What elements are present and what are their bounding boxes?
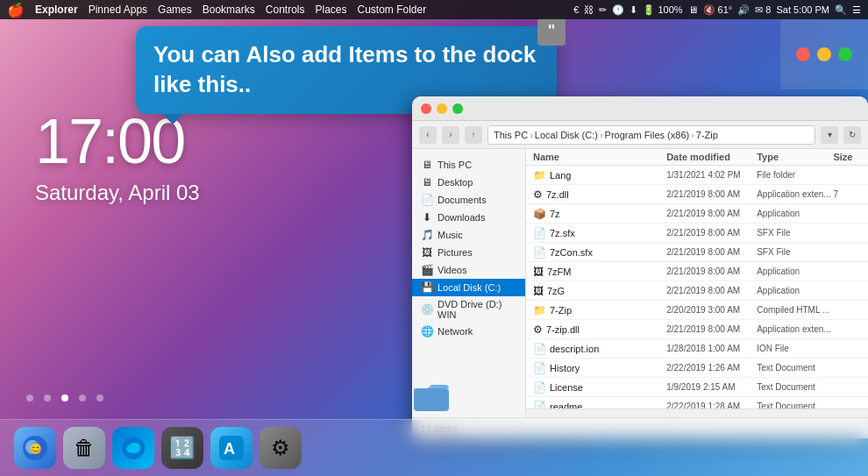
menu-controls[interactable]: Controls [266, 4, 305, 16]
sidebar-item-documents[interactable]: 📄 Documents [412, 191, 525, 209]
sidebar-item-music[interactable]: 🎵 Music [412, 226, 525, 244]
up-button[interactable]: ↑ [465, 126, 482, 144]
refresh-button[interactable]: ↻ [843, 126, 861, 144]
file-icon: ⚙ [533, 188, 543, 201]
dot-5[interactable] [96, 394, 103, 401]
file-row[interactable]: 📄 descript.ion 1/28/2018 1:00 AM ION Fil… [526, 339, 868, 359]
clock-date: Saturday, April 03 [35, 181, 200, 205]
sidebar-label-this-pc: This PC [438, 160, 472, 170]
explorer-minimize-button[interactable] [437, 103, 447, 114]
file-row[interactable]: ⚙ 7-zip.dll 2/21/2019 8:00 AM Applicatio… [526, 320, 868, 339]
file-icon: 📁 [533, 304, 546, 316]
dot-2[interactable] [44, 394, 51, 401]
menu-custom-folder[interactable]: Custom Folder [358, 4, 427, 16]
dock-item-edge[interactable] [112, 427, 154, 469]
sidebar-item-desktop[interactable]: 🖥 Desktop [412, 174, 525, 191]
file-row[interactable]: 📁 Lang 1/31/2021 4:02 PM File folder [526, 166, 868, 185]
file-rows-container: 📁 Lang 1/31/2021 4:02 PM File folder ⚙ 7… [526, 166, 868, 409]
breadcrumb-program-files[interactable]: Program Files (x86) [605, 130, 690, 140]
breadcrumb-7zip[interactable]: 7-Zip [696, 130, 718, 140]
file-row[interactable]: 📄 7zCon.sfx 2/21/2019 8:00 AM SFX File [526, 243, 868, 262]
file-row[interactable]: 📄 License 1/9/2019 2:15 AM Text Document [526, 378, 868, 397]
file-row[interactable]: 📦 7z 2/21/2019 8:00 AM Application [526, 204, 868, 224]
file-type: SFX File [757, 228, 833, 238]
file-type: File folder [757, 170, 833, 180]
pictures-icon: 🖼 [421, 246, 433, 259]
file-date: 2/22/2019 1:28 AM [666, 401, 757, 409]
sidebar-item-downloads[interactable]: ⬇ Downloads [412, 209, 525, 226]
sidebar-item-local-disk[interactable]: 💾 Local Disk (C:) [412, 279, 525, 296]
dock-item-calculator[interactable]: 🔢 [161, 427, 203, 469]
explorer-titlebar [412, 96, 868, 121]
music-icon: 🎵 [421, 229, 433, 241]
menu-explorer[interactable]: Explorer [35, 4, 78, 16]
file-row[interactable]: ⚙ 7z.dll 2/21/2019 8:00 AM Application e… [526, 185, 868, 204]
column-header-type[interactable]: Type [757, 152, 833, 162]
svg-rect-0 [414, 388, 449, 411]
file-row[interactable]: 🖼 7zFM 2/21/2019 8:00 AM Application [526, 262, 868, 281]
file-icon: 📁 [533, 169, 546, 181]
breadcrumb-bar[interactable]: This PC › Local Disk (C:) › Program File… [487, 125, 815, 145]
dropdown-button[interactable]: ▾ [821, 126, 838, 144]
close-window-button[interactable] [796, 47, 810, 61]
file-list-header: Name Date modified Type Size [526, 149, 868, 166]
pagination-dots [26, 394, 103, 401]
file-icon: 🖼 [533, 266, 544, 278]
menu-pinned-apps[interactable]: Pinned Apps [89, 4, 147, 16]
column-header-date[interactable]: Date modified [666, 152, 757, 162]
dot-4[interactable] [79, 394, 86, 401]
sidebar-label-music: Music [438, 230, 463, 240]
maximize-window-button[interactable] [838, 47, 852, 61]
file-name: 7-zip.dll [546, 324, 580, 335]
menu-bookmarks[interactable]: Bookmarks [203, 4, 255, 16]
file-icon: 📄 [533, 246, 546, 259]
file-list: Name Date modified Type Size 📁 Lang 1/31… [526, 149, 868, 409]
local-disk-icon: 💾 [421, 281, 433, 294]
file-type: Text Document [757, 382, 833, 392]
breadcrumb-this-pc[interactable]: This PC [494, 130, 528, 140]
file-row[interactable]: 📁 7-Zip 2/20/2019 3:00 AM Compiled HTML … [526, 301, 868, 320]
explorer-maximize-button[interactable] [452, 103, 463, 114]
dock-item-finder[interactable]: 😊 [14, 427, 56, 469]
sidebar-item-this-pc[interactable]: 🖥 This PC [412, 156, 525, 174]
dock-item-settings[interactable]: ⚙ [260, 427, 302, 469]
dvd-icon: 💿 [421, 303, 433, 316]
file-icon: 📄 [533, 343, 546, 355]
apple-menu[interactable]: 🍎 [7, 2, 25, 18]
file-date: 1/31/2021 4:02 PM [666, 170, 757, 180]
forward-button[interactable]: › [442, 126, 459, 144]
desktop-icon: 🖥 [421, 176, 433, 188]
minimize-window-button[interactable] [817, 47, 831, 61]
bottom-folder-icon[interactable] [412, 376, 451, 415]
file-date: 2/21/2019 8:00 AM [666, 286, 757, 295]
explorer-body: 🖥 This PC 🖥 Desktop 📄 Documents ⬇ Downlo… [412, 149, 868, 417]
sidebar-item-pictures[interactable]: 🖼 Pictures [412, 244, 525, 261]
window-controls-area [780, 19, 868, 89]
column-header-size[interactable]: Size [833, 152, 868, 162]
dot-3[interactable] [61, 394, 68, 401]
file-icon: 📄 [533, 227, 546, 239]
menu-games[interactable]: Games [158, 4, 192, 16]
file-row[interactable]: 🖼 7zG 2/21/2019 8:00 AM Application [526, 281, 868, 301]
sidebar-item-dvd[interactable]: 💿 DVD Drive (D:) WIN [412, 296, 525, 323]
sidebar-item-network[interactable]: 🌐 Network [412, 323, 525, 340]
desktop: 🍎 Explorer Pinned Apps Games Bookmarks C… [0, 0, 868, 476]
file-row[interactable]: 📄 readme 2/22/2019 1:28 AM Text Document [526, 397, 868, 409]
menu-places[interactable]: Places [315, 4, 346, 16]
column-header-name[interactable]: Name [526, 152, 666, 162]
horizontal-scrollbar[interactable] [526, 409, 868, 417]
file-date: 2/22/2019 1:26 AM [666, 363, 757, 373]
dot-1[interactable] [26, 394, 33, 401]
explorer-close-button[interactable] [421, 103, 431, 114]
file-date: 2/21/2019 8:00 AM [666, 247, 757, 257]
sidebar-label-network: Network [438, 326, 473, 337]
file-row[interactable]: 📄 7z.sfx 2/21/2019 8:00 AM SFX File [526, 224, 868, 243]
file-icon: 📦 [533, 208, 546, 220]
breadcrumb-local-disk[interactable]: Local Disk (C:) [535, 130, 598, 140]
file-row[interactable]: 📄 History 2/22/2019 1:26 AM Text Documen… [526, 359, 868, 378]
dock-item-trash[interactable]: 🗑 [63, 427, 105, 469]
back-button[interactable]: ‹ [419, 126, 437, 144]
sidebar-item-videos[interactable]: 🎬 Videos [412, 261, 525, 279]
dock-item-app-store[interactable]: A [210, 427, 253, 469]
file-name: 7z.dll [546, 189, 569, 200]
